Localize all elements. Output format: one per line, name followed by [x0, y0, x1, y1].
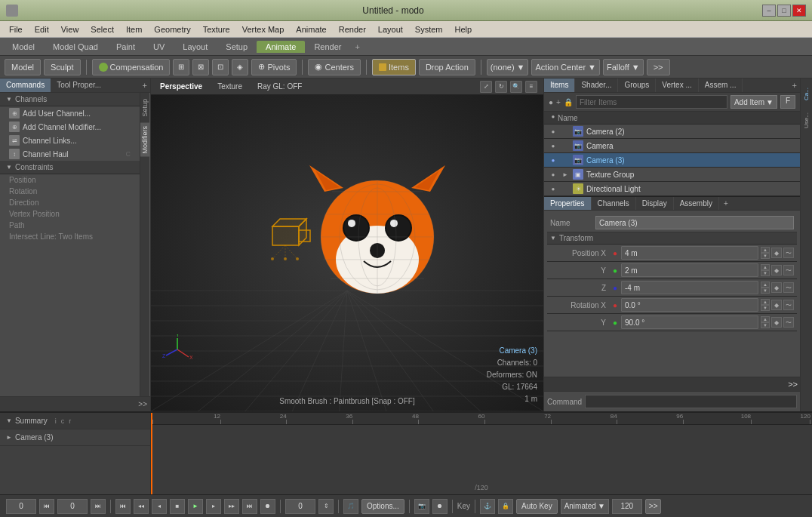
position-x-input[interactable] — [621, 246, 758, 260]
rot-y-key-btn[interactable]: ◆ — [771, 317, 782, 328]
options-btn-icon[interactable]: 🎵 — [343, 499, 358, 514]
item-eye-camera2[interactable]: ● — [549, 127, 558, 136]
pos-z-curve-btn[interactable]: 〜 — [783, 282, 794, 293]
transport-next-frame-btn[interactable]: ▸ — [206, 499, 221, 514]
vp-tab-perspective[interactable]: Perspective — [157, 82, 205, 91]
timeline-track[interactable]: 0 12 24 36 48 60 72 — [151, 413, 812, 494]
vp-icon-search[interactable]: 🔍 — [510, 81, 522, 93]
vp-icon-refresh[interactable]: ↻ — [495, 81, 507, 93]
menu-edit[interactable]: Edit — [29, 23, 55, 35]
camera-icon-bc[interactable]: 📷 — [414, 499, 429, 514]
pivot-icon-2[interactable]: ⊠ — [192, 59, 209, 75]
cmd-channel-links[interactable]: ⇌ Channel Links... — [0, 134, 140, 147]
transport-start-btn[interactable]: ⏮ — [115, 499, 131, 514]
pivot-icon-1[interactable]: ⊞ — [173, 59, 189, 75]
add-item-dropdown[interactable]: Add Item ▼ — [730, 95, 777, 109]
menu-select[interactable]: Select — [85, 23, 120, 35]
channels-section-header[interactable]: Channels — [0, 93, 140, 106]
vp-tab-raygl[interactable]: Ray GL: OFF — [254, 82, 305, 91]
tab-animate[interactable]: Animate — [257, 41, 305, 53]
pos-x-curve-btn[interactable]: 〜 — [783, 248, 794, 258]
left-tab-more[interactable]: + — [140, 78, 150, 92]
tab-commands[interactable]: Commands — [0, 78, 51, 92]
menu-file[interactable]: File — [3, 23, 29, 35]
menu-help[interactable]: Help — [449, 23, 478, 35]
side-tab-setup[interactable]: Setup — [140, 96, 149, 120]
menu-item[interactable]: Item — [120, 23, 148, 35]
drop-action-button[interactable]: Drop Action — [419, 59, 475, 75]
pos-y-key-btn[interactable]: ◆ — [771, 265, 782, 275]
tab-shader[interactable]: Shader... — [575, 78, 618, 92]
transport-prev-frame-btn[interactable]: ◂ — [152, 499, 167, 514]
timeline-playhead[interactable] — [151, 413, 152, 494]
close-button[interactable]: ✕ — [792, 5, 806, 17]
item-eye-texture[interactable]: ● — [549, 170, 558, 179]
cmd-channel-haul[interactable]: ↕ Channel Haul C — [0, 147, 140, 161]
tab-vertex[interactable]: Vertex ... — [656, 78, 698, 92]
f-button[interactable]: F — [780, 95, 795, 109]
constraints-section-header[interactable]: Constraints — [0, 161, 140, 174]
rotation-y-down[interactable]: ▼ — [761, 322, 770, 328]
tab-render[interactable]: Render — [305, 41, 350, 53]
none-dropdown[interactable]: (none) ▼ — [487, 59, 529, 75]
viewport[interactable]: X Y Z Camera (3) Channels: 0 Deformers: … — [151, 95, 543, 411]
model-button[interactable]: Model — [5, 59, 41, 75]
frame-start-input[interactable] — [6, 499, 36, 514]
rotation-x-up[interactable]: ▲ — [761, 299, 770, 305]
pivots-button[interactable]: ⊕ Pivots — [251, 59, 297, 75]
item-expand-texture[interactable]: ► — [561, 170, 570, 179]
transport-record-btn[interactable]: ⏺ — [260, 499, 275, 514]
animated-dropdown[interactable]: Animated ▼ — [561, 499, 609, 514]
tab-model[interactable]: Model — [3, 41, 44, 53]
tl-camera3-row[interactable]: ► Camera (3) — [0, 429, 150, 446]
position-y-down[interactable]: ▼ — [761, 270, 770, 276]
tab-model-quad[interactable]: Model Quad — [44, 41, 107, 53]
end-frame-input[interactable] — [612, 499, 642, 514]
rot-x-key-btn[interactable]: ◆ — [771, 300, 782, 310]
compensation-button[interactable]: Compensation — [92, 59, 171, 75]
rotation-x-input[interactable] — [621, 298, 758, 312]
tl-summary-r-icon[interactable]: r — [69, 417, 71, 425]
minimize-button[interactable]: – — [762, 5, 776, 17]
menu-vertex-map[interactable]: Vertex Map — [236, 23, 291, 35]
rotation-y-up[interactable]: ▲ — [761, 316, 770, 322]
tl-summary-c-icon[interactable]: c — [61, 417, 65, 425]
transport-stop-btn[interactable]: ■ — [170, 499, 185, 514]
rotation-y-input[interactable] — [621, 315, 758, 329]
constraint-intersect-line[interactable]: Intersect Line: Two Items — [0, 231, 140, 242]
frame-current-input[interactable] — [57, 499, 88, 514]
constraint-path[interactable]: Path — [0, 220, 140, 231]
cmd-add-user-channel[interactable]: ⊕ Add User Channel... — [0, 106, 140, 120]
item-directional-light[interactable]: ● ☀ Directional Light — [544, 182, 800, 196]
falloff-dropdown[interactable]: Falloff ▼ — [603, 59, 644, 75]
auto-key-button[interactable]: Auto Key — [516, 499, 558, 514]
props-tab-add[interactable]: + — [719, 197, 733, 210]
vp-icon-expand[interactable]: ⤢ — [480, 81, 492, 93]
constraint-rotation[interactable]: Rotation — [0, 186, 140, 197]
tl-summary-row[interactable]: ▼ Summary i c r — [0, 413, 150, 429]
tab-properties[interactable]: Properties — [544, 197, 592, 210]
centers-button[interactable]: ◉ Centers — [308, 59, 361, 75]
tab-groups[interactable]: Groups — [618, 78, 656, 92]
item-camera[interactable]: ● 📷 Camera — [544, 139, 800, 153]
tab-display[interactable]: Display — [636, 197, 674, 210]
transport-next-key-btn[interactable]: ▸▸ — [224, 499, 239, 514]
toolbar-more-button[interactable]: >> — [647, 59, 670, 75]
item-eye-light[interactable]: ● — [549, 184, 558, 193]
transport-end-btn[interactable]: ⏭ — [242, 499, 257, 514]
position-y-input[interactable] — [621, 263, 758, 277]
tab-items[interactable]: Items — [544, 78, 575, 92]
command-input[interactable] — [585, 395, 797, 408]
lock-icon-bc[interactable]: 🔒 — [498, 499, 513, 514]
item-eye-camera3[interactable]: ● — [549, 155, 558, 165]
action-center-dropdown[interactable]: Action Center ▼ — [531, 59, 600, 75]
position-z-input[interactable] — [621, 281, 758, 294]
position-x-up[interactable]: ▲ — [761, 247, 770, 253]
vp-tab-texture[interactable]: Texture — [214, 82, 245, 91]
position-x-down[interactable]: ▼ — [761, 253, 770, 259]
frame-arrows[interactable]: ⇕ — [318, 499, 334, 514]
anchor-icon[interactable]: ⚓ — [480, 499, 495, 514]
rot-y-curve-btn[interactable]: 〜 — [783, 317, 794, 328]
filter-items-input[interactable] — [576, 95, 727, 109]
frame-num-input[interactable] — [285, 499, 315, 514]
